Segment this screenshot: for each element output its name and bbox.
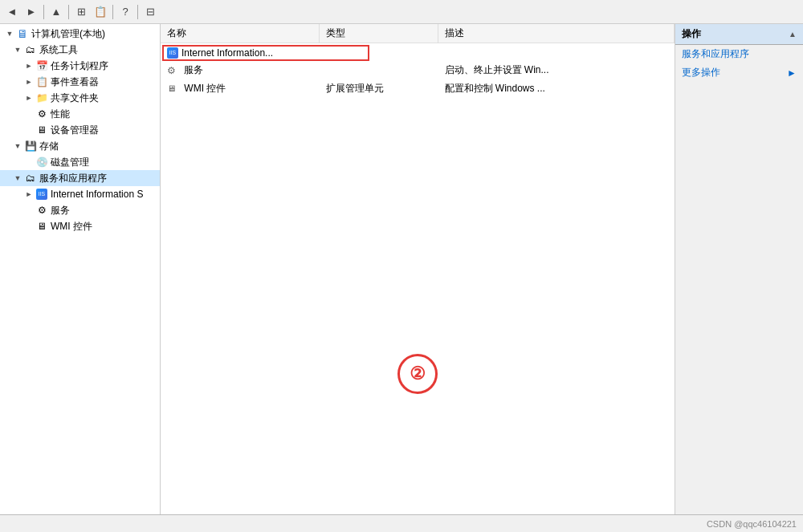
annotation-circle-2: ② [397,354,438,394]
sidebar-label-storage: 存储 [39,140,59,153]
sidebar-label-task: 任务计划程序 [51,59,108,73]
col-type[interactable]: 类型 [320,24,438,43]
collapse-button[interactable]: ▲ [789,30,797,39]
show-button[interactable]: ⊞ [72,3,90,21]
sidebar-label-services-apps: 服务和应用程序 [39,172,107,185]
services-row-icon: ⚙ [167,65,178,76]
system-tools-icon: 🗂 [24,43,37,56]
device-icon: 🖥 [35,124,48,136]
computer-icon: 🖥 [16,27,29,40]
table-row-iis[interactable]: IIS Internet Information... [161,43,675,62]
annotation-area: ② [161,234,675,514]
separator-2 [68,5,69,19]
sidebar-item-disk-mgmt[interactable]: ► 💿 磁盘管理 [0,154,160,170]
export-button[interactable]: 📋 [92,3,109,21]
expand-system-tools[interactable]: ▼ [11,43,24,56]
sidebar-label-device: 设备管理器 [51,124,99,137]
services-desc-cell: 启动、终止并设置 Win... [438,61,675,79]
sidebar-item-event-viewer[interactable]: ► 📋 事件查看器 [0,74,160,90]
right-panel-section-label[interactable]: 服务和应用程序 [675,45,803,63]
col-desc[interactable]: 描述 [438,24,675,43]
sidebar-label-services2: 服务 [51,204,70,217]
sidebar-item-device-manager[interactable]: ► 🖥 设备管理器 [0,122,160,138]
separator-1 [43,5,44,19]
wmi-type-cell: 扩展管理单元 [320,79,438,98]
sidebar-item-performance[interactable]: ► ⚙ 性能 [0,106,160,122]
view-button[interactable]: ⊟ [141,3,159,21]
expand-task[interactable]: ► [22,59,35,72]
shared-icon: 📁 [35,91,48,104]
disk-icon: 💿 [35,156,48,169]
sidebar-item-services-apps[interactable]: ▼ 🗂 服务和应用程序 [0,170,160,186]
statusbar: CSDN @qqc46104221 [0,514,803,532]
iis-icon: IIS [35,188,48,201]
content-table: 名称 类型 描述 IIS Internet Information... [161,24,675,98]
expand-storage[interactable]: ▼ [11,140,24,152]
table-row-wmi[interactable]: 🖥 WMI 控件 扩展管理单元 配置和控制 Windows ... [161,79,675,98]
separator-4 [137,5,138,19]
sidebar-label-computer: 计算机管理(本地) [31,27,105,41]
more-actions-label: 更多操作 [682,66,720,79]
sidebar-label-event: 事件查看器 [51,75,99,89]
table-wrapper: 名称 类型 描述 IIS Internet Information... [161,24,675,234]
sidebar-item-services2[interactable]: ► ⚙ 服务 [0,202,160,218]
back-button[interactable]: ◄ [3,3,21,21]
expand-iis[interactable]: ► [22,188,35,201]
more-actions-arrow: ► [787,67,797,79]
table-row-services[interactable]: ⚙ 服务 启动、终止并设置 Win... [161,61,675,79]
right-panel-title: 操作 [682,27,701,41]
right-panel-more-actions[interactable]: 更多操作 ► [675,63,803,82]
sidebar-item-task-scheduler[interactable]: ► 📅 任务计划程序 [0,58,160,74]
sidebar-item-shared-folders[interactable]: ► 📁 共享文件夹 [0,90,160,106]
forward-button[interactable]: ► [22,3,40,21]
toolbar: ◄ ► ▲ ⊞ 📋 ? ⊟ [0,0,803,24]
sidebar-item-iis[interactable]: ► IIS Internet Information S [0,186,160,202]
sidebar-label-wmi2: WMI 控件 [51,220,92,234]
right-panel-header: 操作 ▲ [675,24,803,45]
sidebar-item-storage[interactable]: ▼ 💾 存储 [0,138,160,154]
storage-icon: 💾 [24,140,37,152]
table-header-row: 名称 类型 描述 [161,24,675,43]
sidebar-item-system-tools[interactable]: ▼ 🗂 系统工具 [0,42,160,58]
expand-services-apps[interactable]: ▼ [11,172,24,185]
wmi-name-label: WMI 控件 [184,83,226,94]
sidebar-label-system-tools: 系统工具 [39,43,78,57]
wmi-desc-cell: 配置和控制 Windows ... [438,79,675,98]
up-button[interactable]: ▲ [47,3,65,21]
sidebar-label-iis: Internet Information S [51,189,143,200]
sidebar-item-wmi2[interactable]: ► 🖥 WMI 控件 [0,218,160,234]
wmi2-icon: 🖥 [35,220,48,233]
services2-icon: ⚙ [35,204,48,217]
wmi-name-cell: 🖥 WMI 控件 [161,79,320,98]
iis-name-cell: IIS Internet Information... [161,43,320,62]
main-container: ▼ 🖥 计算机管理(本地) ▼ 🗂 系统工具 ► 📅 任务计划程序 ► 📋 事件… [0,24,803,514]
help-button[interactable]: ? [116,3,134,21]
perf-icon: ⚙ [35,108,48,120]
iis-type-cell [320,43,438,62]
expand-shared[interactable]: ► [22,91,35,104]
iis-row-icon: IIS [167,47,178,59]
right-panel: 操作 ▲ 服务和应用程序 更多操作 ► [675,24,803,514]
sidebar-label-perf: 性能 [51,108,70,121]
col-name[interactable]: 名称 [161,24,320,43]
services-type-cell [320,61,438,79]
task-icon: 📅 [35,59,48,72]
annotation-label: ② [410,363,426,384]
right-panel-section-text: 服务和应用程序 [682,47,749,61]
services-name-cell: ⚙ 服务 [161,61,320,79]
event-icon: 📋 [35,75,48,88]
sidebar-label-shared: 共享文件夹 [51,91,99,105]
expand-computer[interactable]: ▼ [3,27,16,40]
separator-3 [112,5,113,19]
content-area: 名称 类型 描述 IIS Internet Information... [161,24,675,514]
sidebar: ▼ 🖥 计算机管理(本地) ▼ 🗂 系统工具 ► 📅 任务计划程序 ► 📋 事件… [0,24,161,514]
services-name-label: 服务 [184,64,203,75]
wmi-row-icon: 🖥 [167,83,178,95]
sidebar-label-disk: 磁盘管理 [51,156,89,169]
sidebar-item-computer[interactable]: ▼ 🖥 计算机管理(本地) [0,26,160,42]
iis-name-label: Internet Information... [181,47,273,59]
watermark: CSDN @qqc46104221 [707,519,797,529]
expand-event[interactable]: ► [22,75,35,88]
services-apps-icon: 🗂 [24,172,37,185]
iis-desc-cell [438,43,675,62]
